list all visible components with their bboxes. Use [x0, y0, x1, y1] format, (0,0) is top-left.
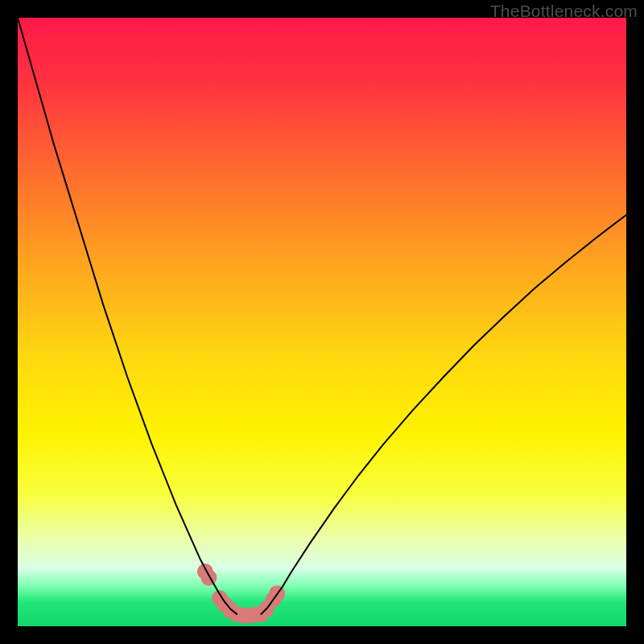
chart-svg: [18, 18, 626, 626]
outer-frame: TheBottleneck.com: [0, 0, 644, 644]
marker-dot: [200, 570, 217, 586]
plot-area: [18, 18, 626, 626]
